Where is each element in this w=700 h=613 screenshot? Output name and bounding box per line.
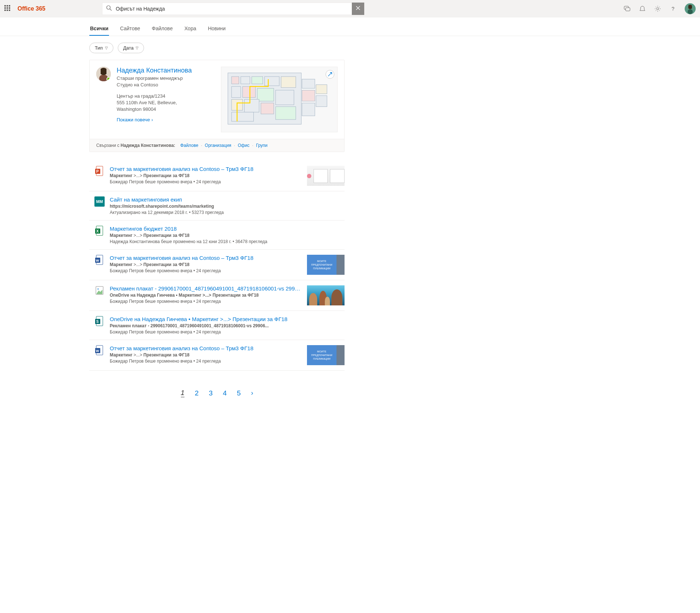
related-links-bar: Свързани с Надежда Константинова: Файлов…: [90, 139, 344, 152]
page-1[interactable]: 1: [181, 389, 185, 397]
result-url[interactable]: https://microsoft.sharepoint.com/teams/m…: [110, 204, 345, 209]
svg-text:W: W: [96, 349, 99, 353]
svg-rect-18: [252, 77, 262, 84]
person-address-1: Център на града/1234: [117, 93, 192, 99]
svg-rect-21: [232, 86, 241, 97]
result-title[interactable]: Отчет за маркетинговия анализ на Contoso…: [110, 345, 302, 351]
notification-icon[interactable]: [639, 5, 646, 12]
tab-news[interactable]: Новини: [207, 22, 226, 36]
svg-point-45: [97, 288, 99, 290]
related-prefix: Свързани с: [96, 143, 121, 148]
page-4[interactable]: 4: [223, 389, 227, 397]
result-meta: Божидар Петров беше променено вчера • 24…: [110, 329, 345, 335]
result-title[interactable]: Отчет за маркетинговия анализ на Contoso…: [110, 166, 302, 172]
tab-sites[interactable]: Сайтове: [119, 22, 141, 36]
svg-rect-10: [688, 9, 693, 14]
page-2[interactable]: 2: [195, 389, 199, 397]
person-address-2: 555 110th Ave NE, Bellevue,: [117, 100, 192, 105]
word-icon: W: [94, 255, 105, 265]
search-icon: [106, 5, 112, 12]
svg-rect-26: [244, 99, 259, 112]
next-page-icon[interactable]: ›: [251, 389, 253, 397]
floorplan-thumbnail[interactable]: [221, 67, 338, 132]
search-result: S OneDrive на Надежда Гинчева • Маркетин…: [89, 311, 345, 340]
filter-date-label: Дата: [123, 45, 134, 51]
result-breadcrumb[interactable]: OneDrive на Надежда Гинчева • Маркетинг …: [110, 293, 302, 298]
image-icon: [94, 285, 105, 296]
result-thumbnail[interactable]: МОИТЕПРЕДПОЧИТАНИПУБЛИКАЦИИ: [307, 255, 345, 275]
pagination: 1 2 3 4 5 ›: [89, 371, 345, 415]
result-thumbnail[interactable]: [307, 285, 345, 305]
search-box[interactable]: [102, 3, 365, 15]
search-result: X Маркетингов бюджет 2018 Маркетинг>...>…: [89, 220, 345, 250]
result-sub: Рекламен плакат - 29906170001_4871960491…: [110, 323, 345, 328]
svg-rect-34: [316, 95, 327, 106]
tab-people[interactable]: Хора: [184, 22, 197, 36]
filter-date[interactable]: Дата▽: [118, 43, 144, 53]
tab-files[interactable]: Файлове: [151, 22, 173, 36]
filter-type[interactable]: Тип▽: [89, 43, 113, 53]
settings-icon[interactable]: [654, 5, 661, 12]
svg-rect-5: [626, 8, 630, 11]
svg-text:?: ?: [672, 6, 674, 12]
person-avatar[interactable]: [96, 67, 111, 81]
svg-line-1: [110, 9, 112, 11]
tab-all[interactable]: Всички: [89, 22, 109, 36]
result-meta: Надежда Константинова беше променено на …: [110, 239, 345, 244]
search-tabs: Всички Сайтове Файлове Хора Новини: [0, 17, 700, 36]
show-more-link[interactable]: Покажи повече ›: [117, 117, 153, 122]
related-person: Надежда Константинова:: [121, 143, 175, 148]
svg-rect-16: [232, 77, 239, 84]
svg-rect-29: [232, 112, 253, 121]
svg-rect-19: [265, 77, 279, 86]
close-icon: [355, 5, 361, 12]
waffle-app-launcher[interactable]: [4, 5, 12, 12]
result-breadcrumb[interactable]: Маркетинг>...>Презентации за ФГ18: [110, 262, 302, 267]
site-icon: MM: [94, 196, 105, 207]
svg-rect-33: [316, 85, 327, 94]
chevron-down-icon: ▽: [136, 46, 139, 50]
page-3[interactable]: 3: [209, 389, 213, 397]
related-office-link[interactable]: Офис: [238, 143, 249, 148]
sharepoint-icon: S: [94, 316, 105, 326]
result-meta: Божидар Петров беше променено вчера • 24…: [110, 299, 302, 304]
svg-rect-17: [241, 77, 250, 84]
result-title[interactable]: OneDrive на Надежда Гинчева • Маркетинг …: [110, 316, 345, 322]
floorplan-svg: [224, 70, 334, 129]
chevron-down-icon: ▽: [105, 46, 108, 50]
search-result: W Отчет за маркетинговия анализ на Conto…: [89, 340, 345, 371]
person-card: Надежда Константинова Старши програмен м…: [89, 60, 345, 152]
result-meta: Божидар Петров беше променено вчера • 24…: [110, 268, 302, 273]
page-5[interactable]: 5: [237, 389, 241, 397]
result-title[interactable]: Отчет за маркетинговия анализ на Contoso…: [110, 255, 302, 261]
clear-search-button[interactable]: [352, 3, 364, 15]
powerpoint-icon: P: [94, 166, 105, 176]
svg-rect-27: [261, 103, 274, 114]
svg-text:P: P: [96, 169, 99, 173]
result-title[interactable]: Маркетингов бюджет 2018: [110, 226, 345, 232]
svg-rect-30: [302, 79, 315, 88]
svg-rect-22: [242, 86, 255, 97]
search-input[interactable]: [116, 6, 352, 12]
user-avatar[interactable]: [685, 3, 696, 14]
word-icon: W: [94, 345, 105, 355]
person-name[interactable]: Надежда Константинова: [117, 67, 192, 74]
brand-logo[interactable]: Office 365: [18, 5, 45, 12]
person-job-title: Старши програмен мениджър: [117, 75, 192, 81]
svg-rect-23: [257, 88, 274, 101]
related-groups-link[interactable]: Групи: [256, 143, 268, 148]
svg-rect-32: [302, 103, 315, 116]
result-breadcrumb[interactable]: Маркетинг>...>Презентации за ФГ18: [110, 173, 302, 178]
result-breadcrumb[interactable]: Маркетинг>...>Презентации за ФГ18: [110, 352, 302, 358]
related-org-link[interactable]: Организация: [205, 143, 231, 148]
result-title[interactable]: Сайт на маркетинговия екип: [110, 196, 345, 203]
result-meta: Актуализирано на 12 декември 2018 г. • 5…: [110, 210, 345, 215]
svg-text:S: S: [96, 320, 99, 324]
result-breadcrumb[interactable]: Маркетинг>...>Презентации за ФГ18: [110, 233, 345, 238]
related-files-link[interactable]: Файлове: [180, 143, 198, 148]
result-thumbnail[interactable]: [307, 166, 345, 186]
help-icon[interactable]: ?: [669, 5, 677, 12]
result-title[interactable]: Рекламен плакат - 29906170001_4871960491…: [110, 285, 302, 292]
chat-icon[interactable]: [623, 5, 631, 12]
result-thumbnail[interactable]: МОИТЕПРЕДПОЧИТАНИПУБЛИКАЦИИ: [307, 345, 345, 365]
